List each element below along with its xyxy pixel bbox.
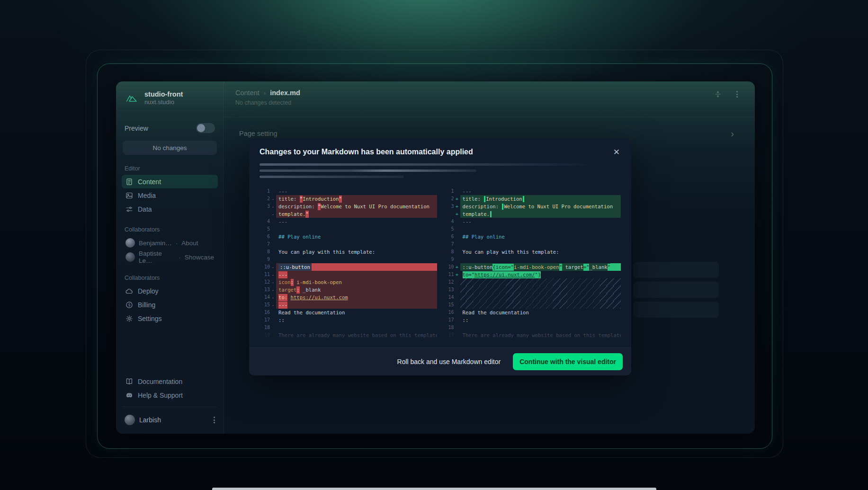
- sidebar-item-settings[interactable]: Settings: [122, 312, 218, 325]
- diff-marker: [270, 241, 276, 248]
- section-label-editor: Editor: [125, 165, 215, 172]
- line-number: 3: [260, 203, 270, 210]
- breadcrumb-file[interactable]: index.md: [270, 89, 300, 97]
- user-menu[interactable]: Larbish: [122, 412, 218, 428]
- diff-marker: [270, 331, 276, 339]
- rollback-button[interactable]: Roll back and use Markdown editor: [392, 354, 507, 369]
- line-number: 15: [260, 301, 270, 309]
- changes-status: No changes detected: [235, 99, 291, 106]
- diff-marker: +: [454, 271, 460, 278]
- project-header[interactable]: studio-front nuxt.studio: [124, 90, 216, 106]
- line-number: 10: [444, 263, 454, 271]
- sidebar-item-label: Documentation: [138, 378, 182, 385]
- sidebar-item-deploy[interactable]: Deploy: [122, 284, 218, 298]
- diff-row: 6## Play online: [444, 233, 621, 241]
- preview-label: Preview: [125, 125, 148, 132]
- sidebar-item-label: Data: [138, 205, 152, 213]
- diff-marker: [454, 256, 460, 263]
- diff-marker: [270, 309, 276, 316]
- diff-row: 5: [444, 225, 621, 233]
- diff-row: 16Read the documentation: [260, 309, 437, 316]
- sidebar-item-media[interactable]: Media: [122, 188, 218, 202]
- line-number: 9: [260, 256, 270, 263]
- breadcrumb-section[interactable]: Content: [235, 89, 260, 97]
- code-line: title: "Introduction": [276, 195, 437, 203]
- line-number: 2: [260, 195, 270, 203]
- sidebar-item-data[interactable]: Data: [122, 202, 218, 216]
- document-icon: [125, 178, 133, 186]
- diff-marker: [454, 301, 460, 309]
- collaborator-row[interactable]: Benjamin… · About: [122, 236, 218, 250]
- code-line: There are already many website based on …: [276, 331, 437, 339]
- collapse-merge-icon[interactable]: [714, 90, 722, 98]
- cloud-icon: [125, 287, 133, 295]
- line-number: 6: [260, 233, 270, 241]
- code-line: description: "Welcome to Nuxt UI Pro doc…: [276, 203, 437, 210]
- more-options-icon[interactable]: [736, 91, 738, 98]
- diff-row: 8You can play with this template:: [444, 248, 621, 256]
- line-number: 8: [444, 248, 454, 256]
- diff-view: 1---2-title: "Introduction"3-description…: [249, 185, 631, 347]
- code-line: ::u-button: [276, 263, 437, 271]
- line-number: [260, 210, 270, 218]
- collaborator-page: Showcase: [185, 254, 214, 261]
- page-setting-row[interactable]: Page setting ›: [224, 129, 755, 138]
- diff-row: 2-title: "Introduction": [260, 195, 437, 203]
- section-label-collaborators: Collaborators: [125, 226, 215, 233]
- diff-row: 19There are already many website based o…: [260, 331, 437, 339]
- diff-marker: [454, 225, 460, 233]
- nuxt-studio-logo-icon: [124, 90, 140, 106]
- continue-button[interactable]: Continue with the visual editor: [513, 353, 623, 370]
- diff-row: 9: [444, 256, 621, 263]
- close-icon[interactable]: ✕: [613, 148, 620, 156]
- line-number: 4: [260, 218, 270, 225]
- line-number: 5: [260, 225, 270, 233]
- diff-row: -template.": [260, 210, 437, 218]
- code-line: [276, 256, 437, 263]
- line-number: 3: [444, 203, 454, 210]
- sidebar-item-billing[interactable]: $ Billing: [122, 298, 218, 312]
- code-line: [276, 225, 437, 233]
- code-line: [460, 301, 621, 309]
- line-number: 12: [260, 278, 270, 286]
- line-number: 11: [444, 271, 454, 278]
- line-number: 17: [260, 316, 270, 324]
- line-number: 14: [260, 294, 270, 301]
- diff-marker: [454, 187, 460, 195]
- sidebar-item-documentation[interactable]: Documentation: [122, 374, 218, 388]
- diff-row: 7: [444, 241, 621, 248]
- diff-row: 4---: [260, 218, 437, 225]
- code-line: ::u-button{icon="i-mdi-book-open" target…: [460, 263, 621, 271]
- line-number: 6: [444, 233, 454, 241]
- diff-marker: +: [454, 263, 460, 271]
- no-changes-button[interactable]: No changes: [123, 141, 217, 155]
- code-line: ---: [276, 187, 437, 195]
- diff-row: 13-target: _blank: [260, 286, 437, 294]
- line-number: 11: [260, 271, 270, 278]
- line-number: 10: [260, 263, 270, 271]
- diff-marker: [270, 233, 276, 241]
- breadcrumb: Content › index.md: [235, 89, 300, 97]
- diff-marker: +: [454, 210, 460, 218]
- collaborator-row[interactable]: Baptiste Le… · Showcase: [122, 250, 218, 264]
- diff-row: 18: [260, 324, 437, 331]
- code-line: to="https://ui.nuxt.com/"}: [460, 271, 621, 278]
- sidebar-item-label: Help & Support: [138, 392, 183, 399]
- form-row-ghost: [633, 302, 719, 318]
- toggle-knob: [197, 124, 205, 132]
- diff-row: 16Read the documentation: [444, 309, 621, 316]
- kebab-menu-icon[interactable]: [214, 417, 215, 423]
- sidebar-item-help-support[interactable]: Help & Support: [122, 388, 218, 402]
- preview-toggle[interactable]: [196, 123, 215, 133]
- code-line: Read the documentation: [460, 309, 621, 316]
- sidebar-item-content[interactable]: Content: [122, 175, 218, 188]
- code-line: template.: [460, 210, 621, 218]
- diff-marker: [454, 324, 460, 331]
- diff-marker: -: [270, 278, 276, 286]
- diff-row: 7: [260, 241, 437, 248]
- collaborator-name: Baptiste Le…: [139, 250, 175, 264]
- diff-panel-original: 1---2-title: "Introduction"3-description…: [260, 187, 437, 347]
- chevron-right-icon: ›: [264, 89, 266, 97]
- diff-marker: [454, 294, 460, 301]
- code-line: [460, 286, 621, 294]
